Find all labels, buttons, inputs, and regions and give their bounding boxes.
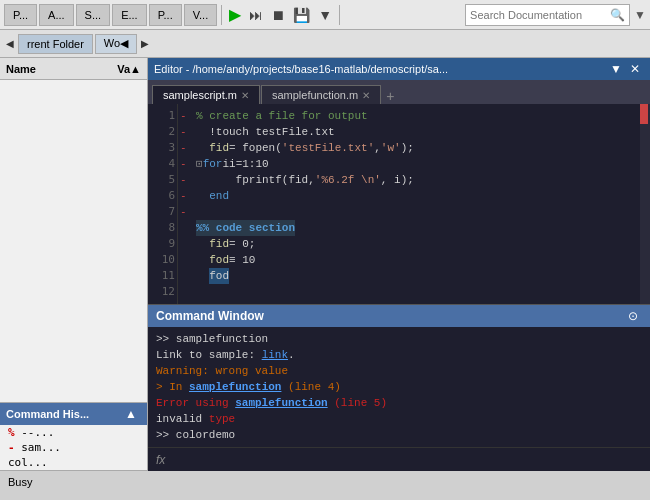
code-line-9: fid = 0; [196, 236, 636, 252]
command-window-header: Command Window ⊙ [148, 305, 650, 327]
filter-button[interactable]: ▼ [634, 8, 646, 22]
add-tab-button[interactable]: + [382, 88, 398, 104]
code-line-2: !touch testFile.txt [196, 124, 636, 140]
command-history-panel: Command His... ▲ % --... - sam... col... [0, 402, 147, 470]
left-panel: Name Va▲ Command His... ▲ % --... - sam.… [0, 58, 148, 470]
nav-forward-button[interactable]: ▶ [139, 38, 151, 49]
play-button[interactable]: ▶ [226, 4, 244, 26]
workspace-label: Wo◀ [104, 37, 128, 50]
code-line-4: ⊡ for ii=1:10 [196, 156, 636, 172]
editor-container: Editor - /home/andy/projects/base16-matl… [148, 58, 650, 304]
command-input-row: fx [148, 447, 650, 471]
search-submit-button[interactable]: 🔍 [610, 8, 625, 22]
nav-back-button[interactable]: ◀ [4, 38, 16, 49]
editor-body: 123456 789101112 ---- --- % create a fil… [148, 104, 650, 304]
tab-samplefunction-close[interactable]: ✕ [362, 90, 370, 101]
code-area[interactable]: % create a file for output !touch testFi… [192, 104, 640, 304]
toolbar-tab-p2[interactable]: P... [149, 4, 182, 26]
code-line-3: fid = fopen('testFile.txt', 'w'); [196, 140, 636, 156]
code-line-11: fod [196, 268, 636, 284]
status-left: Busy [8, 476, 32, 488]
cmd-line-5: Error using samplefunction (line 5) [156, 395, 642, 411]
status-busy: Busy [8, 476, 32, 488]
cmd-line-4: > In samplefunction (line 4) [156, 379, 642, 395]
workspace-tab[interactable]: Wo◀ [95, 34, 137, 54]
code-line-10: fod ≡ 10 [196, 252, 636, 268]
current-folder-label: rrent Folder [27, 38, 84, 50]
toolbar-tab-a[interactable]: A... [39, 4, 74, 26]
editor-titlebar: Editor - /home/andy/projects/base16-matl… [148, 58, 650, 80]
file-list [0, 80, 147, 402]
more-button[interactable]: ▼ [315, 4, 335, 26]
cmd-line-2: Link to sample: link. [156, 347, 642, 363]
stop-button[interactable]: ⏹ [268, 4, 288, 26]
history-item-2[interactable]: - sam... [0, 440, 147, 455]
history-minus-1: % [8, 426, 15, 439]
left-panel-header: Name Va▲ [0, 58, 147, 80]
toolbar-separator2 [339, 5, 340, 25]
cmd-line-1: >> samplefunction [156, 331, 642, 347]
current-folder-tab[interactable]: rrent Folder [18, 34, 93, 54]
command-window: Command Window ⊙ >> samplefunction Link … [148, 304, 650, 471]
editor-scrollbar-thumb[interactable] [640, 104, 648, 124]
command-window-expand-button[interactable]: ⊙ [624, 309, 642, 323]
editor-tabs: samplescript.m ✕ samplefunction.m ✕ + [148, 80, 650, 104]
tab-samplefunction-label: samplefunction.m [272, 89, 358, 101]
command-window-title: Command Window [156, 309, 264, 323]
code-line-8: %% code section [196, 220, 636, 236]
command-history-header: Command His... ▲ [0, 403, 147, 425]
tab-samplescript[interactable]: samplescript.m ✕ [152, 85, 260, 104]
line-numbers: 123456 789101112 [148, 104, 178, 304]
fx-label: fx [156, 453, 165, 467]
history-label-3: col... [8, 456, 48, 469]
toolbar-separator [221, 5, 222, 25]
editor-scrollbar[interactable] [640, 104, 650, 304]
command-output: >> samplefunction Link to sample: link. … [148, 327, 650, 447]
code-line-12 [196, 284, 636, 300]
toolbar-tab-e[interactable]: E... [112, 4, 147, 26]
second-toolbar: ◀ rrent Folder Wo◀ ▶ [0, 30, 650, 58]
right-panel: Editor - /home/andy/projects/base16-matl… [148, 58, 650, 470]
toolbar-tab-p1[interactable]: P... [4, 4, 37, 26]
history-label-1: --... [21, 426, 54, 439]
cmd-line-6: invalid type [156, 411, 642, 427]
step-button[interactable]: ⏭ [246, 4, 266, 26]
editor-close-button[interactable]: ▼ [606, 62, 626, 76]
search-input[interactable] [470, 9, 610, 21]
command-history-title: Command His... [6, 408, 89, 420]
command-history-expand-button[interactable]: ▲ [121, 407, 141, 421]
file-col-name: Name [6, 63, 36, 75]
history-item-3[interactable]: col... [0, 455, 147, 470]
code-line-5: fprintf(fid, '%6.2f \n', i); [196, 172, 636, 188]
file-col-val: Va▲ [117, 63, 141, 75]
top-toolbar: P... A... S... E... P... V... ▶ ⏭ ⏹ 💾 ▼ … [0, 0, 650, 30]
tab-samplefunction[interactable]: samplefunction.m ✕ [261, 85, 381, 104]
command-input[interactable] [169, 454, 642, 466]
cmd-line-3: Warning: wrong value [156, 363, 642, 379]
tab-samplescript-label: samplescript.m [163, 89, 237, 101]
tab-samplescript-close[interactable]: ✕ [241, 90, 249, 101]
cmd-line-7: >> colordemo [156, 427, 642, 443]
status-bar: Busy [0, 470, 650, 492]
editor-title: Editor - /home/andy/projects/base16-matl… [154, 63, 606, 75]
code-line-1: % create a file for output [196, 108, 636, 124]
history-minus-2: - [8, 441, 15, 454]
editor-gutter: ---- --- [178, 104, 192, 304]
editor-detach-button[interactable]: ✕ [626, 62, 644, 76]
main-area: Name Va▲ Command His... ▲ % --... - sam.… [0, 58, 650, 470]
toolbar-tab-s[interactable]: S... [76, 4, 111, 26]
code-line-6: end [196, 188, 636, 204]
toolbar-tab-v[interactable]: V... [184, 4, 218, 26]
search-box: 🔍 [465, 4, 630, 26]
history-item-1[interactable]: % --... [0, 425, 147, 440]
history-label-2: sam... [21, 441, 61, 454]
code-line-7 [196, 204, 636, 220]
save-button[interactable]: 💾 [290, 4, 313, 26]
